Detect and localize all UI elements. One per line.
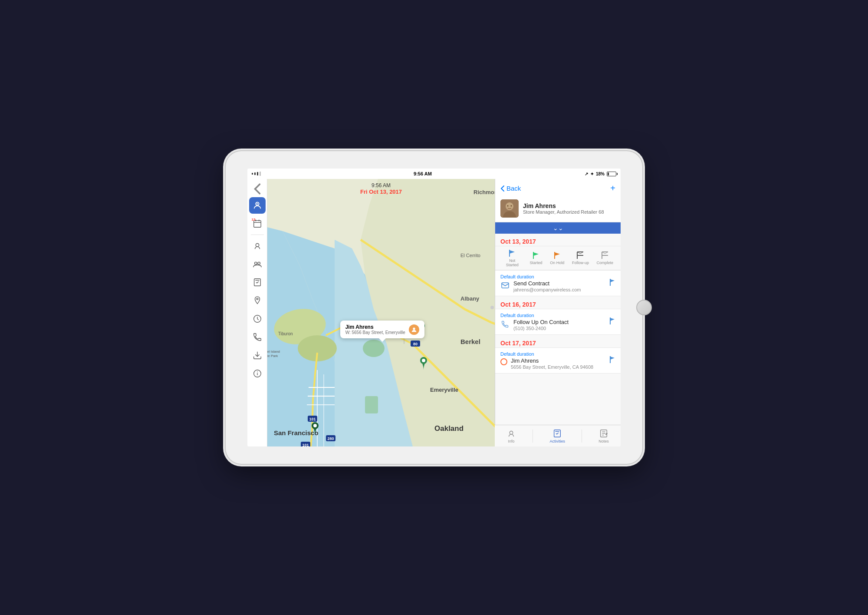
scroll-indicator [490,306,494,309]
signal-bar-1 [252,173,253,175]
activity-content-1: Send Contract jahrens@companywireless.co… [513,280,615,292]
svg-text:Richmond: Richmond [473,189,495,195]
location-circle-icon [500,358,507,365]
svg-point-61 [413,327,415,330]
activity-subtitle-3: 5656 Bay Street, Emeryville, CA 94608 [511,364,615,370]
contact-info: Jim Ahrens Store Manager, Authorized Ret… [500,197,615,222]
sidebar-item-group[interactable] [249,256,266,272]
svg-point-11 [256,298,258,300]
not-started-label: Not Started [503,258,522,267]
activity-subtitle-2: (510) 350-2400 [513,326,615,331]
activity-row-3: Jim Ahrens 5656 Bay Street, Emeryville, … [500,357,615,370]
status-not-started[interactable]: Not Started [503,249,522,267]
tab-notes-label: Notes [598,439,609,443]
contact-avatar [500,199,519,218]
sidebar-item-calendar[interactable]: 13 [249,215,266,232]
svg-point-60 [313,424,317,427]
sidebar-item-clock[interactable] [249,311,266,327]
battery-icon [607,172,616,176]
svg-point-79 [510,431,513,434]
activity-title-3: Jim Ahrens [511,357,615,364]
activity-content-2: Follow Up On Contact (510) 350-2400 [513,319,615,331]
sidebar-back-button[interactable] [250,182,265,195]
status-follow-up[interactable]: Follow-up [572,251,589,265]
activity-duration-1: Default duration [500,274,615,279]
map-callout[interactable]: Jim Ahrens W: 5656 Bay Street, Emeryvill… [340,321,424,338]
panel-back-button[interactable]: Back [500,185,521,192]
complete-label: Complete [597,261,614,265]
activity-flag-3[interactable] [609,356,615,365]
activity-item-follow-up[interactable]: Default duration Follow Up On Contact (5… [495,309,621,335]
svg-rect-34 [365,396,378,413]
main-content: 13 [247,179,621,446]
phone-icon [500,319,510,329]
sidebar-item-info[interactable] [249,365,266,382]
svg-point-8 [257,262,260,265]
status-flags: Not Started Started [495,246,621,270]
panel-bottom-tabs: Info Activities [495,425,621,446]
sidebar-item-contact[interactable] [249,238,266,254]
panel-header: Back + [495,179,621,222]
callout-address: W: 5656 Bay Street, Emeryville [345,330,405,335]
sidebar-item-person[interactable] [249,197,266,214]
svg-point-7 [254,262,257,265]
svg-text:El Cerrito: El Cerrito [460,253,480,258]
activity-item-location[interactable]: Default duration Jim Ahrens 5656 Bay Str… [495,347,621,374]
sidebar-item-download[interactable] [249,347,266,364]
activity-flag-2[interactable] [609,317,615,327]
tab-divider-2 [582,430,582,443]
activity-title-1: Send Contract [513,280,615,287]
tab-divider-1 [533,430,533,443]
collapse-bar[interactable]: ⌄⌄ [495,222,621,234]
svg-point-63 [506,202,513,210]
sidebar-divider-1 [251,235,264,235]
started-label: Started [530,261,542,265]
battery-fill [608,172,609,175]
tab-info[interactable]: Info [500,427,523,445]
back-label: Back [506,185,521,192]
panel-nav: Back + [500,183,615,193]
status-bar-time: 9:56 AM [414,171,432,176]
activity-item-send-contract[interactable]: Default duration Send Contract jahrens [495,270,621,296]
sidebar-item-checklist[interactable] [249,274,266,291]
status-started[interactable]: Started [530,251,542,265]
tab-notes[interactable]: Notes [592,427,616,445]
callout-content: Jim Ahrens W: 5656 Bay Street, Emeryvill… [345,324,405,335]
svg-point-33 [363,340,385,357]
status-on-hold[interactable]: On Hold [550,251,564,265]
panel-body[interactable]: Oct 13, 2017 Not Started [495,234,621,446]
callout-arrow [379,338,386,342]
svg-rect-2 [253,221,261,228]
battery-percent: 18% [596,172,605,176]
status-complete[interactable]: Complete [597,251,614,265]
activity-content-3: Jim Ahrens 5656 Bay Street, Emeryville, … [511,357,615,370]
svg-text:101: 101 [309,417,316,421]
svg-text:101: 101 [302,443,309,446]
svg-text:Berkel: Berkel [460,338,480,345]
callout-name: Jim Ahrens [345,324,405,330]
svg-text:Emeryville: Emeryville [430,387,458,393]
follow-up-label: Follow-up [572,261,589,265]
activity-row-2: Follow Up On Contact (510) 350-2400 [500,319,615,331]
activity-duration-2: Default duration [500,313,615,318]
svg-text:80: 80 [413,342,418,346]
svg-text:State Park: State Park [267,354,278,358]
contact-avatar-img [500,199,519,218]
sidebar-item-phone[interactable] [249,329,266,345]
ipad-home-button[interactable] [636,300,652,315]
activity-date-3: Oct 17, 2017 [495,335,621,347]
activity-flag-1[interactable] [609,278,615,288]
status-bar: 9:56 AM ↗ ✦ 18% [247,169,621,179]
signal-indicator [252,172,261,176]
add-button[interactable]: + [610,183,615,193]
activity-date-1: Oct 13, 2017 [495,234,621,246]
svg-text:San Francisco: San Francisco [274,429,319,436]
activity-row-1: Send Contract jahrens@companywireless.co… [500,280,615,292]
sidebar-item-location[interactable] [249,292,266,309]
svg-point-1 [256,203,258,205]
tab-activities-label: Activities [549,439,565,443]
svg-point-65 [511,205,512,207]
ipad-screen: 9:56 AM ↗ ✦ 18% [247,169,621,446]
tab-activities[interactable]: Activities [542,427,572,445]
svg-point-64 [507,205,509,207]
